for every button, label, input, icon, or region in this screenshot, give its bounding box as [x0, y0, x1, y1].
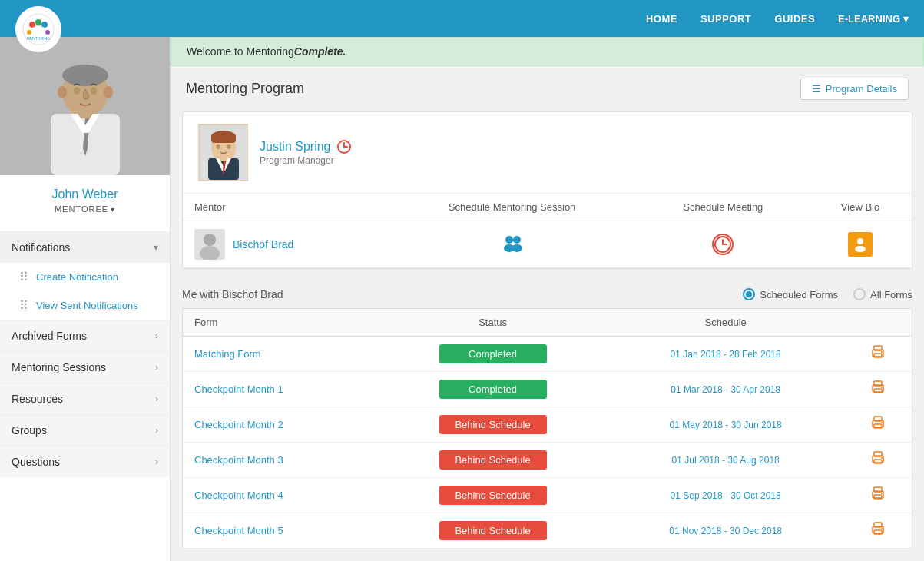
svg-rect-47 [874, 354, 882, 357]
forms-table-row: Checkpoint Month 5 Behind Schedule 01 No… [183, 513, 912, 549]
svg-rect-25 [211, 134, 236, 143]
form-name-link[interactable]: Checkpoint Month 2 [194, 419, 283, 430]
col-mentor: Mentor [183, 194, 387, 221]
sidebar-section-mentoring: Mentoring Sessions › [0, 351, 170, 383]
svg-point-29 [227, 144, 230, 149]
status-badge: Completed [439, 380, 547, 399]
program-details-button[interactable]: ☰ Program Details [800, 78, 909, 100]
welcome-bar: Welcome to MentoringComplete. [171, 37, 924, 66]
svg-point-19 [104, 86, 113, 98]
status-badge: Behind Schedule [439, 450, 547, 470]
sidebar-notifications-header[interactable]: Notifications ▾ [0, 232, 170, 263]
schedule-text: 01 Mar 2018 - 30 Apr 2018 [671, 384, 780, 395]
forms-table-row: Checkpoint Month 3 Behind Schedule 01 Ju… [183, 443, 912, 478]
resources-chevron-icon: › [155, 393, 158, 404]
form-name-link[interactable]: Matching Form [194, 348, 261, 360]
sidebar-section-groups: Groups › [0, 414, 170, 446]
mentoring-chevron-icon: › [155, 362, 158, 373]
mentor-row: Bischof Brad [183, 221, 912, 268]
sidebar-archived-header[interactable]: Archived Forms › [0, 320, 170, 351]
nav-home[interactable]: HOME [646, 13, 677, 25]
main-content: Welcome to MentoringComplete. Mentoring … [171, 37, 924, 561]
radio-all[interactable]: All Forms [853, 288, 912, 300]
svg-rect-63 [874, 495, 882, 499]
sidebar-section-notifications: Notifications ▾ ⠿ Create Notification ⠿ … [0, 231, 170, 320]
svg-point-28 [216, 144, 220, 149]
sidebar: John Weber MENTOREE ▾ Notifications ▾ ⠿ [0, 37, 171, 561]
nav-elearning[interactable]: E-LEARNING ▾ [838, 13, 909, 25]
schedule-text: 01 Jan 2018 - 28 Feb 2018 [671, 349, 781, 360]
manager-photo [198, 124, 248, 181]
forms-table-row: Checkpoint Month 1 Completed 01 Mar 2018… [183, 372, 912, 407]
print-icon[interactable] [870, 347, 886, 363]
nav-guides[interactable]: GUIDES [774, 13, 815, 25]
svg-point-52 [881, 387, 883, 388]
col-schedule-meeting: Schedule Meeting [638, 194, 810, 221]
notifications-chevron-icon: ▾ [154, 242, 158, 253]
sidebar-resources-header[interactable]: Resources › [0, 383, 170, 414]
nav-support[interactable]: SUPPORT [700, 13, 751, 25]
radio-scheduled[interactable]: Scheduled Forms [743, 288, 838, 300]
print-icon[interactable] [870, 418, 886, 433]
print-icon[interactable] [870, 489, 886, 504]
svg-point-48 [881, 351, 883, 353]
col-view-bio: View Bio [809, 194, 912, 221]
svg-point-34 [204, 234, 216, 246]
mentor-name-cell: Bischof Brad [194, 229, 376, 260]
print-icon[interactable] [870, 453, 886, 469]
form-name-link[interactable]: Checkpoint Month 5 [194, 525, 283, 536]
svg-point-38 [513, 236, 521, 244]
sidebar-item-view-sent[interactable]: ⠿ View Sent Notifications [0, 291, 170, 320]
svg-point-16 [74, 87, 80, 95]
svg-point-56 [881, 422, 883, 423]
status-badge: Behind Schedule [439, 415, 547, 434]
form-name-link[interactable]: Checkpoint Month 3 [194, 454, 283, 466]
svg-text:MENTORING: MENTORING [27, 36, 51, 41]
top-navigation: MENTORING HOME SUPPORT GUIDES E-LEARNING… [0, 0, 924, 37]
main-layout: John Weber MENTOREE ▾ Notifications ▾ ⠿ [0, 37, 924, 561]
sidebar-section-archived: Archived Forms › [0, 320, 170, 351]
page-title: Mentoring Program [186, 81, 304, 97]
questions-chevron-icon: › [155, 456, 158, 467]
form-name-link[interactable]: Checkpoint Month 4 [194, 490, 283, 501]
print-icon[interactable] [870, 524, 886, 539]
mentor-table: Mentor Schedule Mentoring Session Schedu… [183, 193, 912, 268]
schedule-meeting-button[interactable] [712, 234, 734, 255]
archived-chevron-icon: › [155, 330, 158, 341]
section-header: Mentoring Program ☰ Program Details [171, 66, 924, 111]
schedule-text: 01 May 2018 - 30 Jun 2018 [670, 420, 782, 430]
svg-point-17 [91, 87, 97, 95]
sidebar-questions-header[interactable]: Questions › [0, 446, 170, 477]
sidebar-mentoring-header[interactable]: Mentoring Sessions › [0, 352, 170, 383]
logo[interactable]: MENTORING [15, 6, 61, 52]
dots-icon: ⠿ [19, 270, 28, 284]
print-icon[interactable] [870, 383, 886, 398]
form-name-link[interactable]: Checkpoint Month 1 [194, 383, 283, 395]
svg-rect-59 [874, 460, 882, 463]
role-dropdown[interactable]: MENTOREE ▾ [55, 204, 115, 214]
svg-point-4 [27, 30, 31, 35]
view-bio-button[interactable] [848, 232, 873, 257]
svg-point-39 [512, 244, 522, 252]
sidebar-profile: John Weber MENTOREE ▾ [0, 37, 170, 231]
svg-point-5 [45, 30, 50, 35]
forms-table-row: Checkpoint Month 4 Behind Schedule 01 Se… [183, 478, 912, 513]
sidebar-groups-header[interactable]: Groups › [0, 415, 170, 446]
svg-point-43 [857, 238, 863, 244]
schedule-text: 01 Sep 2018 - 30 Oct 2018 [671, 490, 781, 501]
list-icon: ☰ [812, 83, 821, 95]
svg-point-2 [35, 19, 41, 25]
profile-role: MENTOREE ▾ [12, 204, 158, 214]
status-badge: Behind Schedule [439, 521, 547, 540]
col-schedule: Schedule [607, 309, 844, 337]
groups-chevron-icon: › [155, 425, 158, 436]
forms-header: Me with Bischof Brad Scheduled Forms All… [182, 280, 912, 308]
svg-point-44 [855, 246, 866, 252]
svg-point-14 [62, 65, 108, 86]
mentor-name[interactable]: Bischof Brad [233, 238, 293, 251]
sidebar-item-create-notification[interactable]: ⠿ Create Notification [0, 263, 170, 291]
forms-radio-group: Scheduled Forms All Forms [743, 288, 912, 300]
schedule-session-button[interactable] [502, 233, 523, 254]
notifications-subitems: ⠿ Create Notification ⠿ View Sent Notifi… [0, 263, 170, 320]
svg-rect-67 [874, 530, 882, 534]
